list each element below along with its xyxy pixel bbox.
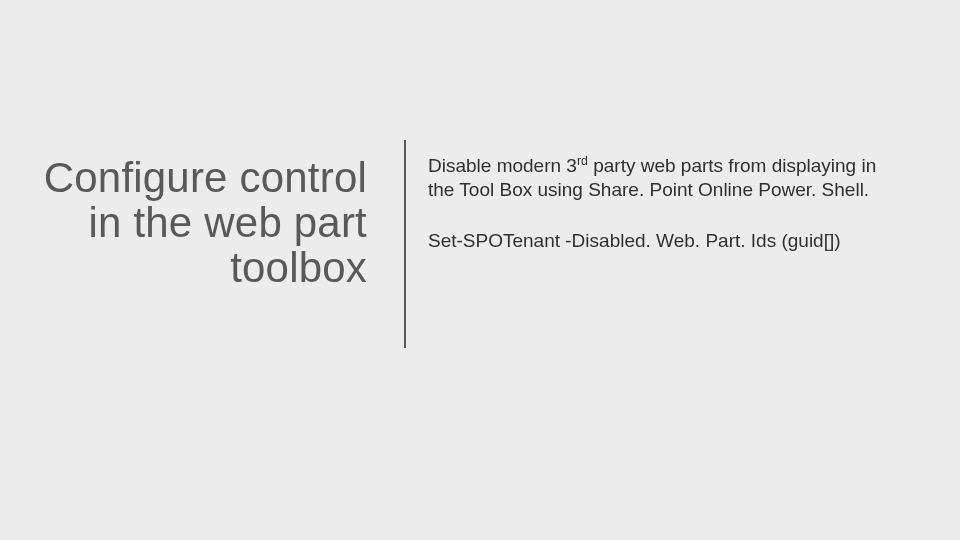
body-column: Disable modern 3rd party web parts from … [428, 154, 898, 252]
powershell-command: Set-SPOTenant -Disabled. Web. Part. Ids … [428, 230, 898, 252]
title-column: Configure control in the web part toolbo… [0, 156, 385, 291]
slide: Configure control in the web part toolbo… [0, 0, 960, 540]
ordinal-superscript: rd [577, 154, 588, 168]
body-paragraph: Disable modern 3rd party web parts from … [428, 154, 898, 202]
slide-title: Configure control in the web part toolbo… [0, 156, 367, 291]
body-paragraph-prefix: Disable modern 3 [428, 155, 577, 176]
vertical-divider [404, 140, 406, 348]
